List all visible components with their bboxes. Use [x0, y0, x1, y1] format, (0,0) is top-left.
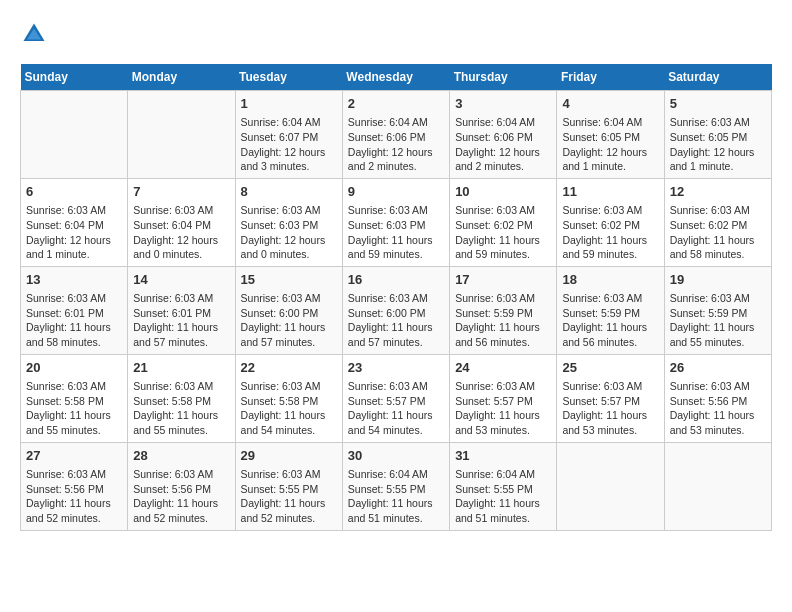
- day-info: Sunrise: 6:03 AM Sunset: 6:01 PM Dayligh…: [26, 291, 122, 350]
- day-number: 23: [348, 359, 444, 377]
- logo-icon: [20, 20, 48, 48]
- weekday-header: Wednesday: [342, 64, 449, 91]
- calendar-day: 29Sunrise: 6:03 AM Sunset: 5:55 PM Dayli…: [235, 442, 342, 530]
- day-number: 18: [562, 271, 658, 289]
- day-info: Sunrise: 6:03 AM Sunset: 5:58 PM Dayligh…: [133, 379, 229, 438]
- day-number: 6: [26, 183, 122, 201]
- calendar-day: 5Sunrise: 6:03 AM Sunset: 6:05 PM Daylig…: [664, 91, 771, 179]
- calendar-table: SundayMondayTuesdayWednesdayThursdayFrid…: [20, 64, 772, 531]
- day-number: 5: [670, 95, 766, 113]
- day-number: 31: [455, 447, 551, 465]
- day-number: 30: [348, 447, 444, 465]
- day-info: Sunrise: 6:03 AM Sunset: 5:56 PM Dayligh…: [133, 467, 229, 526]
- day-number: 22: [241, 359, 337, 377]
- day-info: Sunrise: 6:03 AM Sunset: 6:02 PM Dayligh…: [670, 203, 766, 262]
- weekday-header: Thursday: [450, 64, 557, 91]
- calendar-day: 1Sunrise: 6:04 AM Sunset: 6:07 PM Daylig…: [235, 91, 342, 179]
- day-number: 8: [241, 183, 337, 201]
- day-info: Sunrise: 6:03 AM Sunset: 5:57 PM Dayligh…: [455, 379, 551, 438]
- page-header: [20, 20, 772, 48]
- day-info: Sunrise: 6:03 AM Sunset: 6:03 PM Dayligh…: [348, 203, 444, 262]
- day-number: 13: [26, 271, 122, 289]
- weekday-header: Friday: [557, 64, 664, 91]
- calendar-day: 18Sunrise: 6:03 AM Sunset: 5:59 PM Dayli…: [557, 266, 664, 354]
- day-info: Sunrise: 6:03 AM Sunset: 6:04 PM Dayligh…: [133, 203, 229, 262]
- day-info: Sunrise: 6:04 AM Sunset: 5:55 PM Dayligh…: [455, 467, 551, 526]
- calendar-day: 23Sunrise: 6:03 AM Sunset: 5:57 PM Dayli…: [342, 354, 449, 442]
- day-number: 17: [455, 271, 551, 289]
- day-number: 20: [26, 359, 122, 377]
- day-info: Sunrise: 6:03 AM Sunset: 6:05 PM Dayligh…: [670, 115, 766, 174]
- day-number: 1: [241, 95, 337, 113]
- day-number: 2: [348, 95, 444, 113]
- calendar-day: 11Sunrise: 6:03 AM Sunset: 6:02 PM Dayli…: [557, 178, 664, 266]
- calendar-day: 13Sunrise: 6:03 AM Sunset: 6:01 PM Dayli…: [21, 266, 128, 354]
- day-number: 3: [455, 95, 551, 113]
- calendar-day: [557, 442, 664, 530]
- day-info: Sunrise: 6:03 AM Sunset: 5:56 PM Dayligh…: [670, 379, 766, 438]
- calendar-week-row: 27Sunrise: 6:03 AM Sunset: 5:56 PM Dayli…: [21, 442, 772, 530]
- calendar-week-row: 1Sunrise: 6:04 AM Sunset: 6:07 PM Daylig…: [21, 91, 772, 179]
- calendar-day: 12Sunrise: 6:03 AM Sunset: 6:02 PM Dayli…: [664, 178, 771, 266]
- calendar-day: 20Sunrise: 6:03 AM Sunset: 5:58 PM Dayli…: [21, 354, 128, 442]
- calendar-day: 9Sunrise: 6:03 AM Sunset: 6:03 PM Daylig…: [342, 178, 449, 266]
- calendar-day: 14Sunrise: 6:03 AM Sunset: 6:01 PM Dayli…: [128, 266, 235, 354]
- day-number: 21: [133, 359, 229, 377]
- day-info: Sunrise: 6:03 AM Sunset: 6:03 PM Dayligh…: [241, 203, 337, 262]
- day-info: Sunrise: 6:04 AM Sunset: 5:55 PM Dayligh…: [348, 467, 444, 526]
- calendar-day: 3Sunrise: 6:04 AM Sunset: 6:06 PM Daylig…: [450, 91, 557, 179]
- day-number: 29: [241, 447, 337, 465]
- calendar-day: 28Sunrise: 6:03 AM Sunset: 5:56 PM Dayli…: [128, 442, 235, 530]
- day-number: 14: [133, 271, 229, 289]
- calendar-day: 19Sunrise: 6:03 AM Sunset: 5:59 PM Dayli…: [664, 266, 771, 354]
- weekday-header: Tuesday: [235, 64, 342, 91]
- calendar-day: 30Sunrise: 6:04 AM Sunset: 5:55 PM Dayli…: [342, 442, 449, 530]
- day-info: Sunrise: 6:03 AM Sunset: 5:59 PM Dayligh…: [455, 291, 551, 350]
- day-info: Sunrise: 6:03 AM Sunset: 6:02 PM Dayligh…: [562, 203, 658, 262]
- day-number: 9: [348, 183, 444, 201]
- day-info: Sunrise: 6:03 AM Sunset: 6:00 PM Dayligh…: [348, 291, 444, 350]
- calendar-day: 27Sunrise: 6:03 AM Sunset: 5:56 PM Dayli…: [21, 442, 128, 530]
- calendar-day: [128, 91, 235, 179]
- day-info: Sunrise: 6:03 AM Sunset: 5:57 PM Dayligh…: [562, 379, 658, 438]
- calendar-day: 6Sunrise: 6:03 AM Sunset: 6:04 PM Daylig…: [21, 178, 128, 266]
- day-info: Sunrise: 6:04 AM Sunset: 6:07 PM Dayligh…: [241, 115, 337, 174]
- day-info: Sunrise: 6:03 AM Sunset: 5:56 PM Dayligh…: [26, 467, 122, 526]
- day-number: 19: [670, 271, 766, 289]
- calendar-day: 25Sunrise: 6:03 AM Sunset: 5:57 PM Dayli…: [557, 354, 664, 442]
- calendar-week-row: 6Sunrise: 6:03 AM Sunset: 6:04 PM Daylig…: [21, 178, 772, 266]
- day-info: Sunrise: 6:03 AM Sunset: 5:59 PM Dayligh…: [562, 291, 658, 350]
- day-info: Sunrise: 6:03 AM Sunset: 5:59 PM Dayligh…: [670, 291, 766, 350]
- calendar-day: 2Sunrise: 6:04 AM Sunset: 6:06 PM Daylig…: [342, 91, 449, 179]
- day-number: 7: [133, 183, 229, 201]
- day-info: Sunrise: 6:04 AM Sunset: 6:06 PM Dayligh…: [455, 115, 551, 174]
- day-info: Sunrise: 6:03 AM Sunset: 5:55 PM Dayligh…: [241, 467, 337, 526]
- calendar-day: 4Sunrise: 6:04 AM Sunset: 6:05 PM Daylig…: [557, 91, 664, 179]
- calendar-day: 22Sunrise: 6:03 AM Sunset: 5:58 PM Dayli…: [235, 354, 342, 442]
- calendar-day: 31Sunrise: 6:04 AM Sunset: 5:55 PM Dayli…: [450, 442, 557, 530]
- day-info: Sunrise: 6:03 AM Sunset: 6:04 PM Dayligh…: [26, 203, 122, 262]
- day-number: 27: [26, 447, 122, 465]
- calendar-day: 26Sunrise: 6:03 AM Sunset: 5:56 PM Dayli…: [664, 354, 771, 442]
- day-info: Sunrise: 6:03 AM Sunset: 5:58 PM Dayligh…: [241, 379, 337, 438]
- calendar-week-row: 20Sunrise: 6:03 AM Sunset: 5:58 PM Dayli…: [21, 354, 772, 442]
- calendar-day: 10Sunrise: 6:03 AM Sunset: 6:02 PM Dayli…: [450, 178, 557, 266]
- day-number: 12: [670, 183, 766, 201]
- day-info: Sunrise: 6:04 AM Sunset: 6:05 PM Dayligh…: [562, 115, 658, 174]
- calendar-day: [21, 91, 128, 179]
- day-info: Sunrise: 6:03 AM Sunset: 5:57 PM Dayligh…: [348, 379, 444, 438]
- calendar-day: 8Sunrise: 6:03 AM Sunset: 6:03 PM Daylig…: [235, 178, 342, 266]
- day-info: Sunrise: 6:04 AM Sunset: 6:06 PM Dayligh…: [348, 115, 444, 174]
- day-info: Sunrise: 6:03 AM Sunset: 6:02 PM Dayligh…: [455, 203, 551, 262]
- calendar-day: [664, 442, 771, 530]
- day-info: Sunrise: 6:03 AM Sunset: 6:00 PM Dayligh…: [241, 291, 337, 350]
- day-number: 11: [562, 183, 658, 201]
- day-number: 16: [348, 271, 444, 289]
- day-number: 26: [670, 359, 766, 377]
- day-info: Sunrise: 6:03 AM Sunset: 5:58 PM Dayligh…: [26, 379, 122, 438]
- weekday-header: Sunday: [21, 64, 128, 91]
- day-info: Sunrise: 6:03 AM Sunset: 6:01 PM Dayligh…: [133, 291, 229, 350]
- day-number: 10: [455, 183, 551, 201]
- day-number: 25: [562, 359, 658, 377]
- day-number: 4: [562, 95, 658, 113]
